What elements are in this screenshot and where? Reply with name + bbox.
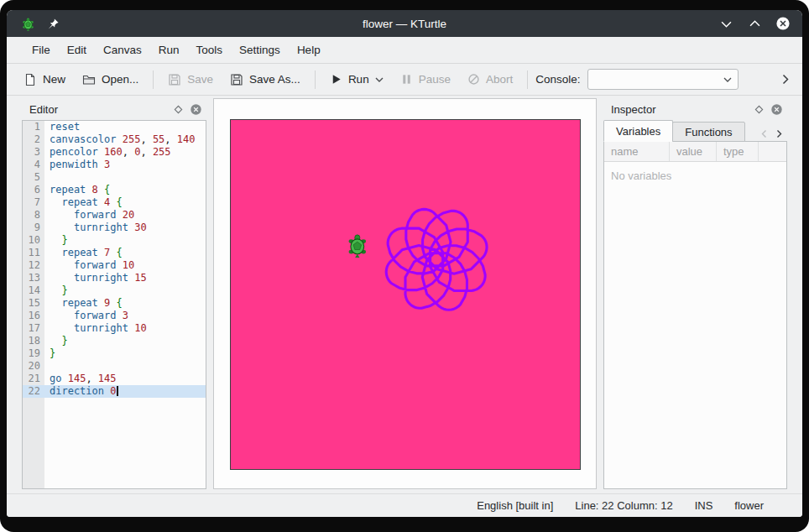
line-number: 12 bbox=[23, 259, 44, 272]
tab-scroll-left-icon[interactable] bbox=[757, 125, 770, 142]
code-line-15[interactable]: 15 repeat 9 { bbox=[23, 297, 206, 310]
abort-button[interactable]: Abort bbox=[459, 67, 521, 91]
line-number: 22 bbox=[23, 385, 44, 398]
canvas-viewport[interactable] bbox=[213, 98, 597, 489]
status-cursor-position: Line: 22 Column: 12 bbox=[575, 499, 672, 512]
new-button-label: New bbox=[43, 73, 65, 86]
line-number: 1 bbox=[23, 121, 44, 133]
toolbar-overflow-button[interactable] bbox=[777, 69, 794, 91]
column-header-type[interactable]: type bbox=[717, 142, 759, 161]
menu-item-settings[interactable]: Settings bbox=[231, 39, 289, 60]
menubar: FileEditCanvasRunToolsSettingsHelp bbox=[7, 37, 802, 64]
main-area: Editor 1reset2canvascolor 255, 55, 1403p… bbox=[7, 96, 802, 493]
tab-scroll-right-icon[interactable] bbox=[772, 125, 786, 142]
code-line-4[interactable]: 4penwidth 3 bbox=[23, 159, 206, 171]
shade-icon[interactable] bbox=[718, 16, 733, 31]
code-line-16[interactable]: 16 forward 3 bbox=[23, 310, 206, 322]
variables-table-header: name value type bbox=[604, 142, 786, 162]
code-line-6[interactable]: 6repeat 8 { bbox=[23, 184, 206, 196]
code-line-9[interactable]: 9 turnright 30 bbox=[23, 222, 206, 234]
overflow-chevron-icon bbox=[782, 74, 789, 85]
editor-panel: Editor 1reset2canvascolor 255, 55, 1403p… bbox=[22, 98, 206, 489]
run-play-icon bbox=[330, 73, 342, 86]
float-diamond-icon bbox=[174, 105, 183, 114]
line-number: 19 bbox=[23, 347, 44, 360]
code-line-19[interactable]: 19} bbox=[23, 347, 206, 360]
editor-close-button[interactable] bbox=[188, 102, 203, 117]
save-as-icon bbox=[230, 73, 243, 86]
no-variables-text: No variables bbox=[604, 162, 786, 190]
menu-item-tools[interactable]: Tools bbox=[188, 39, 232, 60]
code-line-1[interactable]: 1reset bbox=[23, 121, 206, 133]
code-line-2[interactable]: 2canvascolor 255, 55, 140 bbox=[23, 133, 206, 146]
open-button[interactable]: Open... bbox=[74, 67, 147, 91]
save-as-button-label: Save As... bbox=[249, 73, 300, 86]
code-line-14[interactable]: 14 } bbox=[23, 284, 206, 297]
window-title: flower — KTurtle bbox=[7, 18, 802, 30]
maximize-icon[interactable] bbox=[747, 16, 762, 31]
menu-item-edit[interactable]: Edit bbox=[59, 39, 95, 60]
code-line-13[interactable]: 13 turnright 15 bbox=[23, 272, 206, 284]
code-line-17[interactable]: 17 turnright 10 bbox=[23, 322, 206, 335]
line-number: 13 bbox=[23, 272, 44, 284]
toolbar-separator bbox=[153, 70, 154, 89]
line-number: 2 bbox=[23, 133, 44, 146]
menu-item-help[interactable]: Help bbox=[289, 39, 329, 60]
pause-button[interactable]: Pause bbox=[392, 67, 459, 91]
code-line-20[interactable]: 20 bbox=[23, 360, 206, 373]
column-header-name[interactable]: name bbox=[604, 142, 670, 161]
code-line-18[interactable]: 18 } bbox=[23, 335, 206, 347]
turtle-canvas[interactable] bbox=[231, 120, 580, 469]
column-header-value[interactable]: value bbox=[670, 142, 717, 161]
titlebar[interactable]: flower — KTurtle bbox=[7, 10, 802, 37]
code-line-8[interactable]: 8 forward 20 bbox=[23, 209, 206, 222]
code-line-3[interactable]: 3pencolor 160, 0, 255 bbox=[23, 146, 206, 159]
text-caret bbox=[117, 386, 118, 396]
line-number: 18 bbox=[23, 335, 44, 347]
editor-panel-title: Editor bbox=[29, 103, 58, 116]
toolbar-separator bbox=[315, 70, 316, 89]
run-dropdown-icon bbox=[375, 77, 384, 82]
tab-variables[interactable]: Variables bbox=[603, 120, 673, 142]
save-as-button[interactable]: Save As... bbox=[222, 67, 309, 91]
new-button[interactable]: New bbox=[15, 67, 74, 91]
code-line-10[interactable]: 10 } bbox=[23, 234, 206, 247]
line-number: 4 bbox=[23, 159, 44, 171]
inspector-close-button[interactable] bbox=[769, 102, 784, 117]
code-line-22[interactable]: 22direction 0 bbox=[23, 385, 206, 398]
code-line-11[interactable]: 11 repeat 7 { bbox=[23, 247, 206, 259]
code-line-7[interactable]: 7 repeat 4 { bbox=[23, 196, 206, 209]
menu-item-run[interactable]: Run bbox=[150, 39, 188, 60]
inspector-tabbar: Variables Functions bbox=[603, 120, 787, 142]
inspector-panel-title: Inspector bbox=[611, 103, 655, 116]
run-button[interactable]: Run bbox=[321, 67, 392, 91]
menu-item-canvas[interactable]: Canvas bbox=[95, 39, 150, 60]
line-number: 14 bbox=[23, 284, 44, 297]
app-turtle-icon[interactable] bbox=[20, 16, 35, 31]
code-lines: 1reset2canvascolor 255, 55, 1403pencolor… bbox=[23, 121, 206, 398]
line-number: 5 bbox=[23, 171, 44, 184]
pin-icon[interactable] bbox=[45, 16, 60, 31]
code-line-12[interactable]: 12 forward 10 bbox=[23, 259, 206, 272]
pause-button-label: Pause bbox=[419, 73, 451, 86]
window-frame: flower — KTurtle bbox=[0, 0, 809, 532]
kturtle-window: flower — KTurtle bbox=[7, 10, 802, 517]
inspector-float-button[interactable] bbox=[751, 102, 766, 117]
menu-item-file[interactable]: File bbox=[23, 39, 59, 60]
toolbar: New Open... Save bbox=[7, 64, 802, 96]
abort-button-label: Abort bbox=[486, 73, 513, 86]
line-number: 17 bbox=[23, 322, 44, 335]
toolbar-separator bbox=[527, 70, 528, 89]
editor-float-button[interactable] bbox=[170, 102, 185, 117]
console-combobox[interactable] bbox=[587, 69, 739, 90]
status-language: English [built in] bbox=[477, 499, 553, 512]
code-editor[interactable]: 1reset2canvascolor 255, 55, 1403pencolor… bbox=[22, 120, 206, 489]
close-icon[interactable] bbox=[775, 16, 791, 31]
line-number: 10 bbox=[23, 234, 44, 247]
console-label: Console: bbox=[535, 73, 580, 86]
save-button[interactable]: Save bbox=[159, 67, 222, 91]
code-line-5[interactable]: 5 bbox=[23, 171, 206, 184]
tab-functions[interactable]: Functions bbox=[672, 122, 744, 142]
line-number: 6 bbox=[23, 184, 44, 196]
code-line-21[interactable]: 21go 145, 145 bbox=[23, 373, 206, 385]
